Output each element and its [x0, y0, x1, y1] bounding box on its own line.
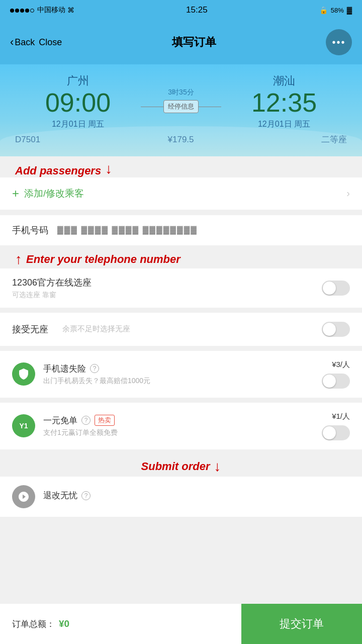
nav-bar: ‹ Back Close 填写订单 ••• — [0, 20, 362, 64]
status-bar: 中国移动 ⌘ 15:25 🔒 58% ▓ — [0, 0, 362, 20]
up-arrow-icon: ↑ — [15, 252, 22, 266]
from-city-block: 广州 09:00 12月01日 周五 — [15, 73, 141, 130]
to-date: 12月01日 周五 — [221, 119, 347, 130]
refund-insurance: 退改无忧 ? — [0, 477, 362, 517]
one-yuan-title-row: 一元免单 ? 热卖 — [43, 415, 314, 426]
one-yuan-toggle[interactable] — [322, 425, 350, 440]
one-yuan-name: 一元免单 — [43, 415, 77, 426]
battery-label: 58% — [331, 7, 344, 14]
phone-loss-title-row: 手机遗失险 ? — [43, 363, 314, 375]
refund-name: 退改无忧 — [43, 490, 77, 501]
close-label: Close — [39, 37, 62, 47]
help-icon-2[interactable]: ? — [81, 416, 90, 425]
add-passengers-label: Add passengers — [15, 164, 101, 177]
phone-loss-insurance: 手机遗失险 ? 出门手机易丢失？最高赔偿1000元 ¥3/人 — [0, 351, 362, 398]
back-button[interactable]: ‹ Back — [10, 37, 35, 48]
down-arrow-icon: ↓ — [105, 160, 112, 177]
one-yuan-desc: 支付1元赢订单全额免费 — [43, 428, 314, 437]
shield-icon — [12, 362, 35, 386]
phone-loss-right: ¥3/人 — [322, 360, 350, 389]
seat-section: 12306官方在线选座 可选连座 靠窗 — [0, 268, 362, 308]
train-id: D7501 — [15, 135, 40, 145]
no-seat-section: 接受无座 余票不足时选择无座 — [0, 313, 362, 346]
train-header: 广州 09:00 12月01日 周五 3时35分 经停信息 潮汕 12:35 1… — [0, 64, 362, 156]
seat-select-title: 12306官方在线选座 — [12, 277, 322, 289]
no-seat-hint: 余票不足时选择无座 — [62, 324, 322, 334]
help-icon-3[interactable]: ? — [81, 491, 90, 500]
phone-row: 手机号码 — [0, 215, 362, 245]
line-bar-right — [199, 107, 221, 107]
seat-select-subtitle: 可选连座 靠窗 — [12, 291, 322, 300]
route-line: 经停信息 — [141, 100, 221, 113]
add-passenger-row[interactable]: + 添加/修改乘客 › — [0, 177, 362, 210]
train-route: 广州 09:00 12月01日 周五 3时35分 经停信息 潮汕 12:35 1… — [15, 73, 347, 130]
phone-loss-toggle[interactable] — [322, 374, 350, 389]
stop-info-button[interactable]: 经停信息 — [163, 100, 199, 113]
total-amount: ¥0 — [59, 618, 69, 629]
to-city-block: 潮汕 12:35 12月01日 周五 — [221, 73, 347, 130]
phone-label: 手机号码 — [12, 224, 57, 236]
y1-icon: Y1 — [12, 414, 35, 437]
page-title: 填写订单 — [172, 35, 216, 50]
add-passengers-annotation: Add passengers ↓ — [0, 156, 362, 177]
telephone-annotation: ↑ Enter your telephone number — [0, 250, 362, 268]
no-seat-toggle[interactable] — [322, 322, 350, 337]
close-button[interactable]: Close — [39, 37, 62, 48]
line-bar-left — [141, 107, 163, 107]
signal-icon — [10, 6, 35, 14]
seat-select-row: 12306官方在线选座 可选连座 靠窗 — [0, 268, 362, 308]
toggle-knob — [323, 282, 336, 295]
train-seat-class: 二等座 — [321, 134, 347, 145]
content-area: Add passengers ↓ + 添加/修改乘客 › 手机号码 ↑ Ente… — [0, 156, 362, 562]
telephone-label: Enter your telephone number — [26, 253, 180, 266]
phone-input[interactable] — [57, 226, 350, 235]
seat-select-content: 12306官方在线选座 可选连座 靠窗 — [12, 277, 322, 300]
route-middle: 3时35分 经停信息 — [141, 88, 221, 115]
add-passenger-label: 添加/修改乘客 — [24, 187, 346, 200]
add-passenger-icon: + — [12, 187, 19, 201]
submit-order-button[interactable]: 提交订单 — [241, 604, 362, 644]
from-city-name: 广州 — [15, 73, 141, 88]
nav-left[interactable]: ‹ Back Close — [10, 37, 62, 48]
seat-select-toggle[interactable] — [322, 281, 350, 296]
bottom-bar: 订单总额： ¥0 提交订单 — [0, 604, 362, 644]
phone-loss-price: ¥3/人 — [332, 360, 350, 370]
more-button[interactable]: ••• — [326, 29, 352, 55]
phone-loss-desc: 出门手机易丢失？最高赔偿1000元 — [43, 377, 314, 386]
help-icon[interactable]: ? — [90, 364, 99, 373]
add-passenger-section: + 添加/修改乘客 › — [0, 177, 362, 210]
total-label: 订单总额： — [12, 618, 55, 630]
battery-icon: ▓ — [347, 6, 352, 14]
train-price: ¥179.5 — [168, 135, 194, 145]
one-yuan-insurance: Y1 一元免单 ? 热卖 支付1元赢订单全额免费 ¥1/人 — [0, 403, 362, 449]
one-yuan-price: ¥1/人 — [332, 412, 350, 421]
from-time: 09:00 — [15, 88, 141, 117]
hot-badge: 热卖 — [95, 415, 115, 426]
one-yuan-right: ¥1/人 — [322, 412, 350, 440]
phone-section: 手机号码 — [0, 215, 362, 245]
no-seat-toggle-knob — [323, 323, 336, 336]
duration-label: 3时35分 — [141, 88, 221, 97]
refund-icon — [12, 485, 35, 508]
submit-annotation: Submit order ↓ — [0, 454, 362, 477]
no-seat-label: 接受无座 — [12, 323, 62, 335]
chevron-left-icon: ‹ — [10, 37, 14, 48]
status-time: 15:25 — [186, 5, 208, 15]
status-right: 🔒 58% ▓ — [319, 6, 352, 14]
refund-content: 退改无忧 ? — [43, 490, 350, 503]
phone-loss-name: 手机遗失险 — [43, 363, 86, 375]
phone-loss-knob — [323, 375, 336, 388]
one-yuan-knob — [323, 426, 336, 439]
train-detail: D7501 ¥179.5 二等座 — [15, 134, 347, 145]
phone-loss-content: 手机遗失险 ? 出门手机易丢失？最高赔偿1000元 — [43, 363, 314, 386]
more-icon: ••• — [332, 37, 345, 48]
submit-arrow-icon: ↓ — [214, 458, 221, 475]
one-yuan-content: 一元免单 ? 热卖 支付1元赢订单全额免费 — [43, 415, 314, 437]
back-label: Back — [15, 37, 35, 48]
refund-title-row: 退改无忧 ? — [43, 490, 350, 501]
submit-label: Submit order — [141, 460, 210, 473]
chevron-right-icon: › — [346, 188, 350, 199]
order-total: 订单总额： ¥0 — [0, 604, 241, 644]
lock-icon: 🔒 — [319, 6, 328, 14]
to-time: 12:35 — [221, 88, 347, 117]
